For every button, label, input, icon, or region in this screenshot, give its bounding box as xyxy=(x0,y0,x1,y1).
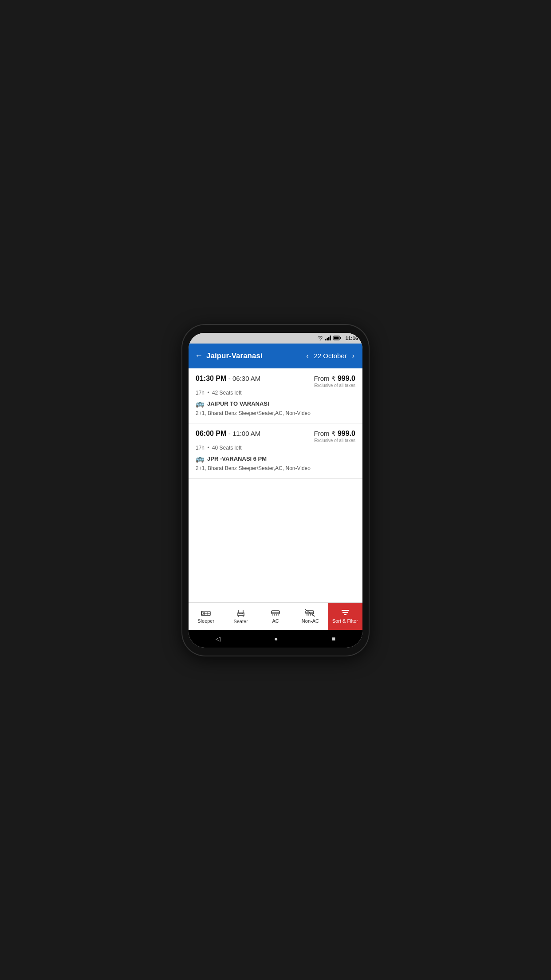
svg-rect-3 xyxy=(330,336,331,340)
bus-seats: 40 Seats left xyxy=(212,445,242,451)
bus-price-amount: 999.0 xyxy=(338,430,355,437)
bus-price-amount: 999.0 xyxy=(338,375,355,382)
svg-rect-0 xyxy=(325,339,327,340)
phone-frame: 11:16 ← Jaipur-Varanasi ‹ 22 October › 0… xyxy=(182,325,369,656)
android-home-button[interactable]: ● xyxy=(274,635,278,642)
nav-sort-filter-label: Sort & Filter xyxy=(332,618,358,624)
nav-sleeper-label: Sleeper xyxy=(197,618,214,624)
android-recent-button[interactable]: ■ xyxy=(332,635,335,642)
bus-icon: 🚌 xyxy=(196,399,205,408)
bus-card-top: 06:00 PM - 11:00 AM From ₹ 999.0 Exclusi… xyxy=(196,430,355,443)
signal-icon xyxy=(325,336,331,340)
nav-item-nonac[interactable]: Non-AC xyxy=(293,603,327,630)
bus-duration: 17h xyxy=(196,390,205,396)
bus-time-block: 06:00 PM - 11:00 AM xyxy=(196,430,260,438)
bus-price-row: From ₹ 999.0 xyxy=(314,430,355,438)
bus-type: 2+1, Bharat Benz Sleeper/Seater,AC, Non-… xyxy=(196,465,355,472)
bus-type: 2+1, Bharat Benz Sleeper/Seater,AC, Non-… xyxy=(196,410,355,417)
bus-price-prefix: From ₹ xyxy=(314,375,338,382)
bus-route-name: JPR -VARANASI 6 PM xyxy=(207,455,267,462)
nav-ac-label: AC xyxy=(272,618,279,624)
bus-card[interactable]: 06:00 PM - 11:00 AM From ₹ 999.0 Exclusi… xyxy=(189,423,362,479)
nav-item-sort-filter[interactable]: Sort & Filter xyxy=(328,603,362,630)
status-time: 11:16 xyxy=(346,336,358,341)
nonac-icon xyxy=(305,609,315,617)
bus-card-top: 01:30 PM - 06:30 AM From ₹ 999.0 Exclusi… xyxy=(196,375,355,388)
bus-icon: 🚌 xyxy=(196,454,205,463)
bus-price-block: From ₹ 999.0 Exclusive of all taxes xyxy=(314,430,355,443)
bottom-nav: Sleeper Seater AC xyxy=(189,602,362,630)
sleeper-icon xyxy=(201,609,211,617)
phone-screen: 11:16 ← Jaipur-Varanasi ‹ 22 October › 0… xyxy=(189,333,362,648)
bus-arrive-time: - 11:00 AM xyxy=(228,430,261,437)
ac-icon xyxy=(271,609,280,617)
bus-meta: 17h • 40 Seats left xyxy=(196,445,355,451)
svg-rect-6 xyxy=(334,337,338,340)
bus-seats: 42 Seats left xyxy=(212,390,242,396)
svg-rect-5 xyxy=(340,337,341,339)
app-header: ← Jaipur-Varanasi ‹ 22 October › xyxy=(189,344,362,368)
bus-time-block: 01:30 PM - 06:30 AM xyxy=(196,375,260,383)
wifi-icon xyxy=(317,336,323,340)
bus-name-row: 🚌 JAIPUR TO VARANASI xyxy=(196,399,355,408)
next-date-button[interactable]: › xyxy=(350,351,356,361)
bus-duration: 17h xyxy=(196,445,205,451)
content-area: 01:30 PM - 06:30 AM From ₹ 999.0 Exclusi… xyxy=(189,368,362,602)
bus-meta: 17h • 42 Seats left xyxy=(196,390,355,396)
bus-price-row: From ₹ 999.0 xyxy=(314,375,355,383)
svg-rect-1 xyxy=(327,338,328,340)
status-bar: 11:16 xyxy=(189,333,362,344)
filter-icon xyxy=(341,609,350,617)
header-date-nav: ‹ 22 October › xyxy=(304,351,356,361)
bus-card[interactable]: 01:30 PM - 06:30 AM From ₹ 999.0 Exclusi… xyxy=(189,368,362,424)
nav-nonac-label: Non-AC xyxy=(302,618,319,624)
bus-price-block: From ₹ 999.0 Exclusive of all taxes xyxy=(314,375,355,388)
status-icons: 11:16 xyxy=(317,336,358,341)
bus-price-note: Exclusive of all taxes xyxy=(314,438,355,443)
nav-seater-label: Seater xyxy=(233,619,248,624)
header-title: Jaipur-Varanasi xyxy=(206,352,263,360)
svg-rect-2 xyxy=(328,337,330,341)
header-date: 22 October xyxy=(314,352,346,360)
seater-icon xyxy=(236,609,245,617)
header-left: ← Jaipur-Varanasi xyxy=(195,351,263,360)
nav-item-sleeper[interactable]: Sleeper xyxy=(189,603,223,630)
bus-price-prefix: From ₹ xyxy=(314,430,338,437)
android-nav: ◁ ● ■ xyxy=(189,630,362,648)
bus-price-note: Exclusive of all taxes xyxy=(314,383,355,388)
android-back-button[interactable]: ◁ xyxy=(216,635,220,642)
bus-route-name: JAIPUR TO VARANASI xyxy=(207,400,269,407)
bus-arrive-time: - 06:30 AM xyxy=(228,375,261,382)
battery-icon xyxy=(333,336,341,340)
bus-depart-time: 01:30 PM xyxy=(196,375,226,382)
nav-item-ac[interactable]: AC xyxy=(258,603,293,630)
nav-item-seater[interactable]: Seater xyxy=(223,603,258,630)
bus-name-row: 🚌 JPR -VARANASI 6 PM xyxy=(196,454,355,463)
bus-depart-time: 06:00 PM xyxy=(196,430,226,437)
back-button[interactable]: ← xyxy=(195,351,203,360)
prev-date-button[interactable]: ‹ xyxy=(304,351,310,361)
